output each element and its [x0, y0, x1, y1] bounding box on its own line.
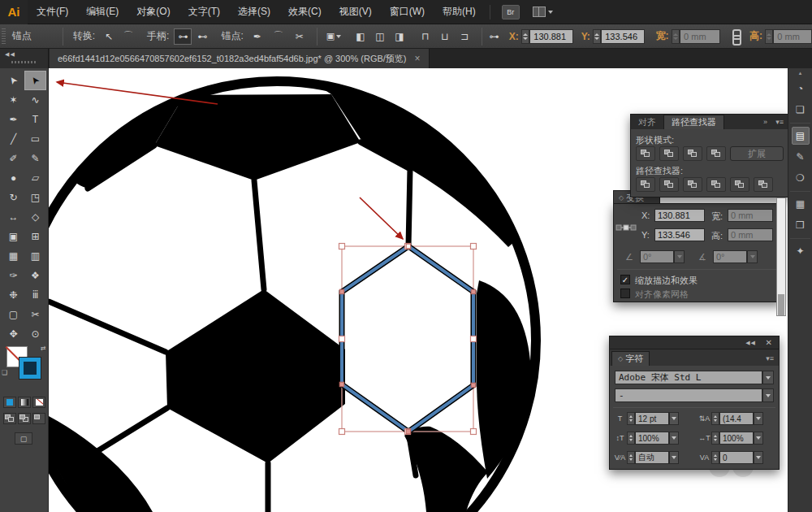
rotate-tool[interactable]: ↻ — [2, 188, 24, 207]
align-horizontal-center-button[interactable]: ◫ — [371, 28, 389, 45]
menu-item-8[interactable]: 帮助(H) — [434, 0, 485, 24]
font-size-dropdown[interactable] — [669, 412, 679, 425]
line-segment-tool[interactable]: ╱ — [2, 129, 24, 149]
eraser-tool[interactable]: ▱ — [24, 168, 46, 188]
width-label[interactable]: 宽: — [656, 29, 669, 43]
align-to-selection-dropdown[interactable]: ▣ — [322, 28, 345, 45]
show-handles-button[interactable]: ⊶ — [174, 28, 192, 45]
paintbrush-tool[interactable]: ✐ — [2, 149, 24, 168]
tracking-dropdown[interactable] — [754, 451, 763, 464]
draw-behind-button[interactable] — [18, 413, 31, 424]
horizontal-scale-value[interactable]: 100% — [719, 432, 754, 445]
draw-inside-button[interactable] — [32, 413, 45, 424]
pixel-grid-checkbox[interactable] — [620, 289, 630, 298]
dock-symbols-panel-icon[interactable]: ❍ — [792, 169, 810, 187]
scale-tool[interactable]: ◳ — [24, 188, 46, 207]
mesh-tool[interactable]: ▦ — [2, 246, 24, 266]
tab-align[interactable]: 对齐 — [631, 115, 663, 129]
direct-selection-tool[interactable]: ➤ — [24, 71, 46, 90]
crop-button[interactable] — [706, 177, 726, 192]
trim-button[interactable] — [659, 177, 679, 192]
tab-character[interactable]: ◇ 字符 — [611, 351, 650, 366]
convert-to-smooth-button[interactable]: ⌒ — [119, 28, 137, 45]
hand-tool[interactable]: ✥ — [2, 324, 24, 344]
toolbar-collapse-button[interactable]: ◀◀ — [5, 51, 15, 58]
blob-brush-tool[interactable]: ● — [2, 168, 24, 188]
selection-tool[interactable]: ➤ — [2, 71, 24, 90]
tab-pathfinder[interactable]: 路径查找器 — [663, 115, 724, 129]
artboard-tool[interactable]: ▢ — [2, 305, 24, 324]
magic-wand-tool[interactable]: ✶ — [2, 90, 24, 110]
pencil-tool[interactable]: ✎ — [24, 149, 46, 168]
draw-normal-button[interactable] — [3, 413, 16, 424]
bridge-button[interactable]: Br — [502, 5, 520, 20]
convert-to-corner-button[interactable]: ↖ — [100, 28, 118, 45]
scale-strokes-checkbox[interactable]: ✓ — [620, 275, 630, 284]
selection-handles[interactable] — [339, 244, 477, 435]
panel-scrollbar-thumb[interactable] — [778, 294, 784, 315]
panel-collapse-icon[interactable]: ◇ — [619, 194, 624, 202]
menu-item-6[interactable]: 视图(V) — [330, 0, 381, 24]
screen-mode-button[interactable]: ▢ — [15, 432, 32, 445]
align-horizontal-left-button[interactable]: ◧ — [352, 28, 369, 45]
point-display-toggle[interactable]: ⊶ — [486, 28, 503, 45]
lasso-tool[interactable]: ∿ — [24, 90, 46, 110]
dock-appearance-panel-icon[interactable]: ✦ — [792, 242, 810, 260]
divide-button[interactable] — [636, 177, 655, 192]
vertical-scale-dropdown[interactable] — [669, 432, 679, 445]
dock-brushes-panel-icon[interactable]: ✎ — [792, 148, 810, 166]
vertical-scale-value[interactable]: 100% — [635, 432, 669, 445]
stroke-swatch-active[interactable] — [19, 358, 41, 379]
panel-menu-icon[interactable]: ▾≡ — [775, 118, 784, 126]
selection-bounding-box[interactable] — [342, 246, 473, 432]
font-style-dropdown[interactable] — [762, 388, 774, 402]
dock-scroll-up-icon[interactable]: ▴ — [788, 68, 812, 76]
horizontal-scale-dropdown[interactable] — [754, 432, 763, 445]
font-style-value[interactable]: - — [615, 388, 762, 402]
font-family-dropdown[interactable] — [762, 371, 774, 384]
expand-button[interactable]: 扩展 — [730, 146, 784, 161]
hide-handles-button[interactable]: ⊷ — [193, 28, 211, 45]
font-family-combo[interactable]: Adobe 宋体 Std L — [615, 371, 774, 384]
document-tab[interactable]: e66fd1441d12e0566470857602ef6152_t0182a3… — [50, 49, 430, 68]
vertical-scale-stepper[interactable] — [627, 432, 635, 445]
remove-anchor-button[interactable]: ✒ — [248, 28, 266, 45]
eyedropper-tool[interactable]: ✑ — [2, 266, 24, 285]
y-input[interactable]: 133.546 — [601, 29, 644, 44]
y-stepper[interactable] — [593, 29, 601, 44]
leading-value[interactable]: (14.4 — [719, 412, 754, 425]
kerning-dropdown[interactable] — [669, 451, 679, 464]
free-transform-tool[interactable]: ◇ — [24, 207, 46, 227]
height-label[interactable]: 高: — [749, 29, 762, 43]
rectangle-tool[interactable]: ▭ — [24, 129, 46, 149]
zoom-tool[interactable]: ⊙ — [24, 324, 46, 344]
kerning-stepper[interactable] — [627, 451, 635, 464]
color-button[interactable] — [3, 397, 16, 408]
panel-collapse-icon[interactable]: » — [763, 118, 767, 126]
tracking-stepper[interactable] — [711, 451, 719, 464]
connect-path-button[interactable]: ⌒ — [270, 28, 287, 45]
width-tool[interactable]: ↔ — [2, 207, 24, 227]
leading-stepper[interactable] — [711, 412, 719, 425]
gradient-tool[interactable]: ▥ — [24, 246, 46, 266]
pen-tool[interactable]: ✒ — [2, 110, 24, 129]
dock-layers-panel-icon[interactable]: ▦ — [792, 195, 810, 213]
font-size-stepper[interactable] — [627, 412, 635, 425]
leading-dropdown[interactable] — [754, 412, 763, 425]
font-style-combo[interactable]: - — [615, 388, 774, 402]
x-label[interactable]: X: — [509, 31, 519, 42]
align-horizontal-right-button[interactable]: ◨ — [391, 28, 408, 45]
intersect-button[interactable] — [683, 146, 702, 161]
exclude-button[interactable] — [706, 146, 726, 161]
x-input[interactable]: 130.881 — [529, 29, 572, 44]
horizontal-scale-stepper[interactable] — [711, 432, 719, 445]
x-stepper[interactable] — [521, 29, 529, 44]
unite-button[interactable] — [636, 146, 655, 161]
menu-item-1[interactable]: 编辑(E) — [77, 0, 127, 24]
distribute-bottom-button[interactable]: ⊐ — [456, 28, 473, 45]
outline-button[interactable] — [730, 177, 749, 192]
swap-fill-stroke-icon[interactable]: ⇄ — [41, 345, 46, 352]
distribute-center-button[interactable]: ⊔ — [436, 28, 454, 45]
panel-menu-icon[interactable]: ▾≡ — [766, 354, 774, 362]
dock-pathfinder-panel-icon[interactable]: ▤ — [792, 127, 810, 145]
